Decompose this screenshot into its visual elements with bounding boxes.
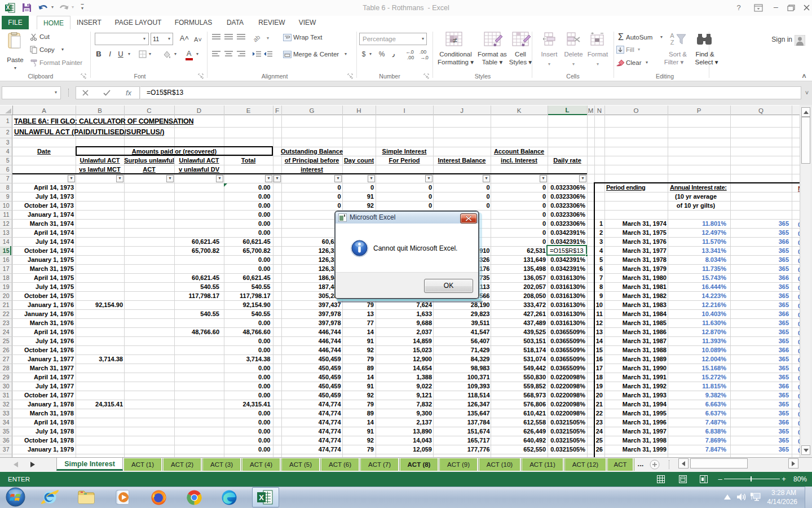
svg-text:X: X [6, 5, 10, 11]
svg-text:ab: ab [254, 33, 261, 42]
svg-text:X: X [259, 493, 264, 502]
